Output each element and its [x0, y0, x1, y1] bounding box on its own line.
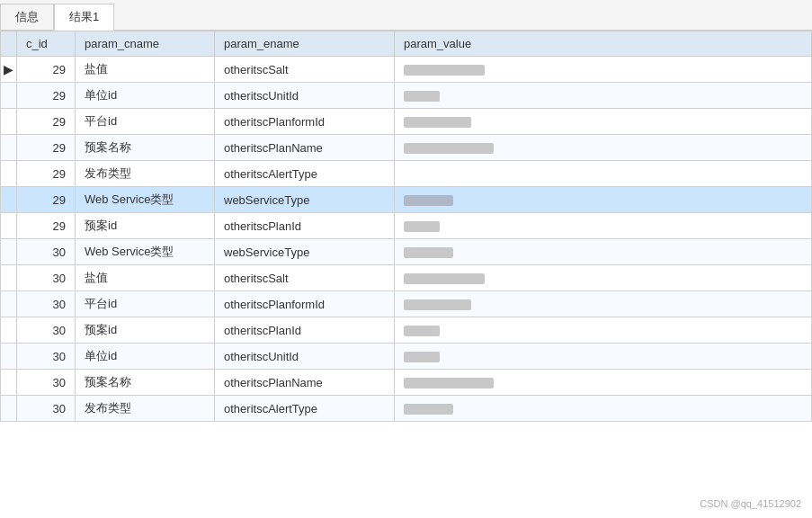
cell-param-ename: webServiceType	[215, 239, 395, 265]
row-indicator-cell	[1, 135, 17, 161]
cell-param-cname: 盐值	[76, 57, 215, 83]
row-indicator-cell	[1, 109, 17, 135]
cell-param-ename: otheritscAlertType	[215, 161, 395, 187]
cell-param-value	[395, 396, 812, 422]
cell-cid: 29	[17, 57, 76, 83]
cell-param-value	[395, 83, 812, 109]
table-row[interactable]: 29发布类型otheritscAlertType	[1, 161, 812, 187]
col-header-param_value: param_value	[395, 31, 812, 57]
cell-param-cname: 单位id	[76, 83, 215, 109]
cell-param-value	[395, 109, 812, 135]
cell-cid: 29	[17, 187, 76, 213]
main-window: 信息结果1 c_idparam_cnameparam_enameparam_va…	[0, 0, 812, 518]
row-indicator-cell	[1, 396, 17, 422]
cell-param-value	[395, 317, 812, 344]
row-indicator-cell	[1, 370, 17, 396]
cell-param-ename: otheritscPlanformId	[215, 109, 395, 135]
cell-param-cname: 单位id	[76, 344, 215, 370]
cell-param-ename: webServiceType	[215, 187, 395, 213]
table-row[interactable]: 30预案idotheritscPlanId	[1, 317, 812, 344]
cell-cid: 29	[17, 109, 76, 135]
row-indicator-cell	[1, 317, 17, 344]
row-indicator-cell	[1, 239, 17, 265]
cell-param-value	[395, 239, 812, 265]
cell-param-value	[395, 57, 812, 83]
cell-cid: 30	[17, 344, 76, 370]
cell-param-cname: 盐值	[76, 265, 215, 291]
cell-cid: 29	[17, 83, 76, 109]
cell-param-value	[395, 370, 812, 396]
cell-param-cname: 发布类型	[76, 161, 215, 187]
cell-param-cname: Web Service类型	[76, 187, 215, 213]
tab-1[interactable]: 结果1	[54, 4, 114, 31]
tab-bar: 信息结果1	[0, 0, 812, 31]
cell-cid: 29	[17, 135, 76, 161]
table-row[interactable]: 30预案名称otheritscPlanName	[1, 370, 812, 396]
table-row[interactable]: 30盐值otheritscSalt	[1, 265, 812, 291]
table-row[interactable]: ▶29盐值otheritscSalt	[1, 57, 812, 83]
col-header-param_ename: param_ename	[215, 31, 395, 57]
cell-param-cname: 预案名称	[76, 370, 215, 396]
col-indicator	[1, 31, 17, 57]
cell-param-ename: otheritscPlanName	[215, 370, 395, 396]
cell-cid: 30	[17, 239, 76, 265]
cell-param-cname: 预案名称	[76, 135, 215, 161]
cell-cid: 30	[17, 291, 76, 317]
table-row[interactable]: 30单位idotheritscUnitId	[1, 344, 812, 370]
cell-param-value	[395, 213, 812, 239]
table-row[interactable]: 30发布类型otheritscAlertType	[1, 396, 812, 422]
cell-param-value	[395, 161, 812, 187]
row-indicator-cell: ▶	[1, 57, 17, 83]
cell-param-ename: otheritscPlanId	[215, 213, 395, 239]
row-indicator-cell	[1, 187, 17, 213]
cell-param-ename: otheritscPlanformId	[215, 291, 395, 317]
table-row[interactable]: 29平台idotheritscPlanformId	[1, 109, 812, 135]
tab-0[interactable]: 信息	[0, 4, 54, 30]
cell-cid: 30	[17, 370, 76, 396]
cell-param-cname: 平台id	[76, 291, 215, 317]
cell-param-ename: otheritscUnitId	[215, 83, 395, 109]
cell-param-ename: otheritscPlanName	[215, 135, 395, 161]
row-indicator-cell	[1, 344, 17, 370]
row-indicator-cell	[1, 213, 17, 239]
cell-param-cname: 预案id	[76, 213, 215, 239]
table-header-row: c_idparam_cnameparam_enameparam_value	[1, 31, 812, 57]
table-row[interactable]: 29单位idotheritscUnitId	[1, 83, 812, 109]
table-row[interactable]: 29预案idotheritscPlanId	[1, 213, 812, 239]
col-header-param_cname: param_cname	[76, 31, 215, 57]
cell-param-ename: otheritscUnitId	[215, 344, 395, 370]
cell-cid: 29	[17, 213, 76, 239]
cell-cid: 30	[17, 265, 76, 291]
cell-param-cname: 发布类型	[76, 396, 215, 422]
row-indicator-cell	[1, 83, 17, 109]
table-row[interactable]: 29预案名称otheritscPlanName	[1, 135, 812, 161]
cell-param-cname: 预案id	[76, 317, 215, 344]
data-table: c_idparam_cnameparam_enameparam_value ▶2…	[0, 31, 812, 422]
cell-param-ename: otheritscAlertType	[215, 396, 395, 422]
cell-cid: 29	[17, 161, 76, 187]
cell-param-cname: 平台id	[76, 109, 215, 135]
row-indicator-cell	[1, 161, 17, 187]
results-content[interactable]: c_idparam_cnameparam_enameparam_value ▶2…	[0, 31, 812, 518]
cell-cid: 30	[17, 396, 76, 422]
cell-param-ename: otheritscSalt	[215, 57, 395, 83]
table-row[interactable]: 29Web Service类型webServiceType	[1, 187, 812, 213]
cell-param-cname: Web Service类型	[76, 239, 215, 265]
cell-cid: 30	[17, 317, 76, 344]
table-body: ▶29盐值otheritscSalt29单位idotheritscUnitId2…	[1, 57, 812, 422]
table-row[interactable]: 30平台idotheritscPlanformId	[1, 291, 812, 317]
col-header-c_id: c_id	[17, 31, 76, 57]
cell-param-value	[395, 187, 812, 213]
cell-param-value	[395, 344, 812, 370]
row-indicator-cell	[1, 291, 17, 317]
row-indicator-cell	[1, 265, 17, 291]
cell-param-value	[395, 291, 812, 317]
cell-param-ename: otheritscPlanId	[215, 317, 395, 344]
watermark: CSDN @qq_41512902	[700, 498, 801, 509]
table-row[interactable]: 30Web Service类型webServiceType	[1, 239, 812, 265]
cell-param-value	[395, 265, 812, 291]
cell-param-ename: otheritscSalt	[215, 265, 395, 291]
cell-param-value	[395, 135, 812, 161]
